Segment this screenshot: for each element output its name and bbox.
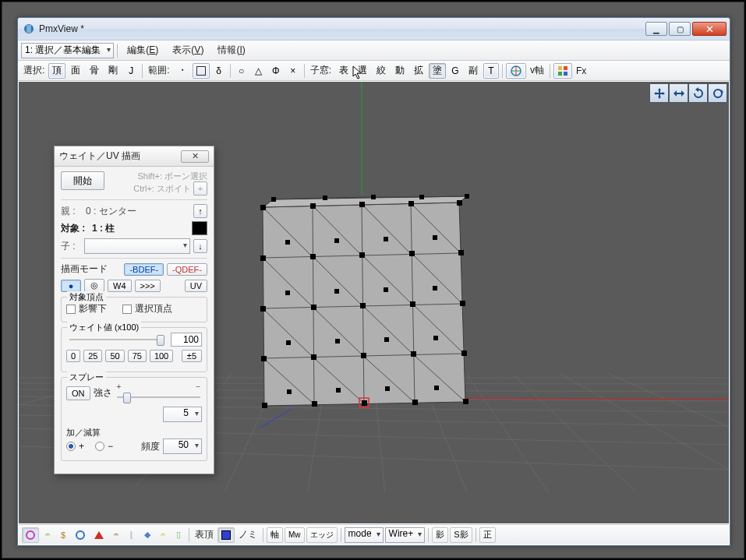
sel-rigid-button[interactable]: 剛 xyxy=(104,63,122,79)
minimize-button[interactable]: ▁ xyxy=(645,22,667,36)
parent-up-button[interactable]: ↑ xyxy=(193,204,207,218)
child-down-button[interactable]: ↓ xyxy=(193,239,207,253)
mode-selector[interactable]: 1: 選択／基本編集 xyxy=(21,43,114,58)
panel-close-button[interactable]: ✕ xyxy=(181,150,209,163)
axis-gizmo-button[interactable] xyxy=(506,63,526,79)
vp-rotate-tool[interactable] xyxy=(688,83,708,103)
shape-x-button[interactable]: × xyxy=(285,63,301,79)
bb-dollar-icon[interactable]: $ xyxy=(56,527,70,543)
qdef-button[interactable]: -QDEF- xyxy=(167,263,207,276)
cw-t-button[interactable]: T xyxy=(483,63,499,79)
mode-uv-button[interactable]: UV xyxy=(185,280,207,292)
weight-pm5-button[interactable]: ±5 xyxy=(182,350,202,362)
range-delta-button[interactable]: δ xyxy=(211,63,227,79)
sel-vertex-button[interactable]: 頂 xyxy=(48,63,65,79)
plus-button[interactable]: + xyxy=(193,181,207,195)
separator xyxy=(550,64,550,78)
range-rect-button[interactable] xyxy=(193,63,210,79)
add-radio[interactable] xyxy=(66,442,76,451)
weight-100-button[interactable]: 100 xyxy=(150,350,173,362)
sshadow-button[interactable]: S影 xyxy=(450,527,472,543)
sub-radio[interactable] xyxy=(95,442,104,451)
separator xyxy=(117,44,118,58)
normal-button[interactable]: 正 xyxy=(479,527,496,543)
target-color-swatch[interactable] xyxy=(192,221,207,235)
strength-slider[interactable] xyxy=(117,391,201,403)
menu-info[interactable]: 情報(I) xyxy=(211,41,251,59)
weight-slider[interactable] xyxy=(69,333,164,346)
mode-arrows-button[interactable]: >>> xyxy=(135,280,161,292)
vp-orbit-tool[interactable] xyxy=(708,83,727,103)
bb-circle-icon[interactable] xyxy=(72,527,89,543)
weight-50-button[interactable]: 50 xyxy=(105,350,124,362)
svg-rect-103 xyxy=(434,386,439,390)
vp-pan-tool[interactable] xyxy=(669,83,688,103)
bb-wave2-icon[interactable]: ⦚ xyxy=(125,527,139,543)
menu-view[interactable]: 表示(V) xyxy=(166,41,210,59)
weight-input[interactable] xyxy=(171,333,202,347)
bb-bar-icon[interactable]: ▯ xyxy=(171,527,186,543)
shadow-button[interactable]: 影 xyxy=(432,527,448,543)
weight-25-button[interactable]: 25 xyxy=(83,350,102,362)
svg-rect-90 xyxy=(384,237,388,241)
vertex-color-button[interactable] xyxy=(217,527,235,543)
shape-triangle-button[interactable]: △ xyxy=(251,63,267,79)
start-button[interactable]: 開始 xyxy=(61,171,104,190)
svg-rect-59 xyxy=(260,205,266,210)
sel-face-button[interactable]: 面 xyxy=(67,63,84,79)
svg-rect-76 xyxy=(361,353,366,358)
selected-vertex-checkbox[interactable] xyxy=(122,305,132,314)
freq-dropdown[interactable]: 50 xyxy=(163,438,202,454)
bb-diamond-icon[interactable]: ◆ xyxy=(140,527,154,543)
shape-phi-button[interactable]: Φ xyxy=(268,63,284,79)
window-title: PmxView * xyxy=(39,23,645,34)
bb-wave1-icon[interactable]: 𝄐 xyxy=(109,527,123,543)
weight-75-button[interactable]: 75 xyxy=(128,350,147,362)
mesh-cube xyxy=(256,192,483,417)
menu-edit[interactable]: 編集(E) xyxy=(121,41,164,59)
cw-expand-button[interactable]: 拡 xyxy=(410,63,427,79)
range-point-button[interactable]: ・ xyxy=(174,63,191,79)
separator xyxy=(263,528,263,542)
mode-ring-button[interactable]: ◎ xyxy=(84,279,104,292)
bb-bulb-icon[interactable]: 𝄐 xyxy=(156,527,170,543)
edge-button[interactable]: エッジ xyxy=(306,527,338,543)
child-dropdown[interactable] xyxy=(84,238,190,254)
svg-rect-62 xyxy=(408,201,414,206)
cw-sub-button[interactable]: 副 xyxy=(465,63,482,79)
panel-titlebar[interactable]: ウェイト／UV 描画 ✕ xyxy=(55,146,214,167)
weight-0-button[interactable]: 0 xyxy=(66,350,80,362)
bb-triangle-icon[interactable] xyxy=(90,527,108,543)
svg-rect-83 xyxy=(271,197,276,202)
cw-display-button[interactable]: 表 xyxy=(335,63,352,79)
grid-button[interactable] xyxy=(553,63,572,79)
bdef-button[interactable]: -BDEF- xyxy=(124,263,164,276)
mode-dropdown[interactable]: mode xyxy=(345,527,384,543)
strength-dropdown[interactable]: 5 xyxy=(163,407,202,422)
shape-circle-button[interactable]: ○ xyxy=(234,63,249,79)
sel-bone-button[interactable]: 骨 xyxy=(86,63,103,79)
svg-point-106 xyxy=(714,90,722,97)
wire-dropdown[interactable]: Wire+ xyxy=(385,527,426,543)
fx-label[interactable]: Fx xyxy=(574,64,589,78)
nomi-label[interactable]: ノミ xyxy=(236,527,260,543)
cw-g-button[interactable]: G xyxy=(447,63,463,79)
bb-green-icon[interactable]: 𝄐 xyxy=(41,527,55,543)
cw-select-button[interactable]: 選 xyxy=(354,63,371,79)
close-button[interactable]: ✕ xyxy=(692,22,727,36)
axis-button[interactable]: 軸 xyxy=(267,527,283,543)
maximize-button[interactable]: ▢ xyxy=(669,22,691,36)
cw-move-button[interactable]: 動 xyxy=(391,63,408,79)
cw-paint-button[interactable]: 塗 xyxy=(429,63,446,79)
svg-rect-91 xyxy=(433,235,437,240)
mw-button[interactable]: Mw xyxy=(285,527,305,543)
cw-narrow-button[interactable]: 絞 xyxy=(373,63,390,79)
vp-move-tool[interactable] xyxy=(649,83,669,103)
mode-w4-button[interactable]: W4 xyxy=(108,280,132,292)
mode-dot-button[interactable]: ● xyxy=(61,280,81,292)
influence-checkbox[interactable] xyxy=(66,305,76,314)
sel-joint-button[interactable]: J xyxy=(123,63,139,79)
svg-rect-87 xyxy=(465,194,469,199)
bb-target-button[interactable] xyxy=(22,527,39,543)
spray-on-button[interactable]: ON xyxy=(66,386,90,400)
